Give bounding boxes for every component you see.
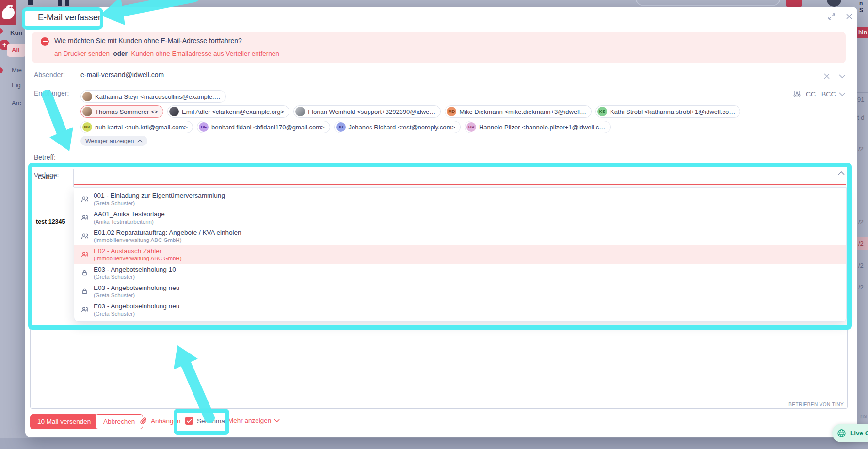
serial-mail-checkbox-checked[interactable] [185, 417, 193, 425]
background-table-fragment: t d [857, 114, 864, 121]
show-more-button[interactable]: Mehr anzeigen [228, 417, 280, 424]
sidebar-section-kunden: Kun [10, 29, 22, 36]
template-option-title: E03 - Angebotseinholung neu [94, 303, 179, 310]
recipient-chip-error[interactable]: Thomas Sommerer <> [80, 105, 163, 118]
clear-sender-icon[interactable] [823, 73, 830, 80]
attach-button[interactable]: Anhängen [140, 417, 181, 425]
template-option[interactable]: E01.02 Reparaturauftrag: Angebote / KVA … [74, 227, 846, 245]
template-chevron-up-icon[interactable] [838, 171, 845, 175]
background-notification-badge [786, 0, 802, 7]
editor-statusbar-divider [31, 400, 847, 400]
background-date-fragment: /2 [858, 262, 864, 269]
people-icon [81, 251, 89, 258]
live-chat-button[interactable]: Live C [832, 424, 868, 442]
lock-icon [81, 288, 89, 295]
subject-label: Betreff: [34, 153, 56, 161]
background-table-divider [857, 92, 868, 93]
paperclip-icon [140, 417, 147, 425]
filter-sliders-icon[interactable] [793, 91, 801, 98]
template-option-subtitle: (Greta Schuster) [94, 292, 135, 298]
template-option-subtitle: (Greta Schuster) [94, 200, 135, 206]
avatar: JR [336, 122, 346, 132]
globe-icon [837, 429, 846, 438]
warning-minus-icon [41, 37, 49, 46]
recipient-chip[interactable]: NK nuh kartal <nuh.krtl@gmail.com> [80, 121, 193, 133]
template-option-title: 001 - Einladung zur Eigentümerversammlun… [94, 192, 225, 199]
dialog-header-divider [25, 28, 857, 28]
send-mail-button[interactable]: 10 Mail versenden [30, 414, 98, 429]
template-option-title: E03 - Angebotseinholung 10 [94, 266, 176, 273]
bird-logo-icon [0, 0, 16, 25]
people-icon [81, 214, 89, 222]
recipient-name: benhard fidani <bfidani170@gmail.com> [211, 124, 325, 131]
recipient-name: nuh kartal <nuh.krtl@gmail.com> [95, 124, 188, 131]
template-option[interactable]: E03 - Angebotseinholung neu (Greta Schus… [74, 282, 846, 301]
avatar: MD [447, 107, 456, 116]
recipient-chip[interactable]: Katharina Steyr <marcuscollins@example.… [80, 90, 226, 103]
template-option-subtitle: (Anika Testmitarbeiterin) [94, 219, 154, 224]
bcc-button[interactable]: BCC [821, 90, 836, 98]
template-option-selected[interactable]: E02 - Austausch Zähler (Immobilienverwal… [74, 245, 846, 264]
background-logo-fragment [65, 0, 69, 6]
background-table-divider [857, 110, 868, 110]
close-icon[interactable] [845, 12, 853, 21]
sidebar-item-mieter[interactable]: Mie [12, 66, 22, 74]
template-option-title: AA01_Anika Testvorlage [94, 210, 165, 218]
recipient-chip[interactable]: MD Mike Diekmann <mike.diekmann+3@idwell… [445, 105, 592, 118]
sender-value[interactable]: e-mail-versand@idwell.com [80, 71, 164, 79]
send-to-printer-link[interactable]: an Drucker senden [54, 50, 110, 57]
serial-mail-label: Serienmail [197, 417, 228, 425]
recipient-chip[interactable]: BF benhard fidani <bfidani170@gmail.com> [197, 121, 330, 133]
template-option[interactable]: E03 - Angebotseinholung neu (Greta Schus… [74, 301, 846, 319]
template-option-title: E03 - Angebotseinholung neu [94, 284, 179, 291]
template-option-title: E01.02 Reparaturauftrag: Angebote / KVA … [94, 229, 241, 236]
template-input-underline[interactable] [74, 184, 846, 185]
serial-mail-toggle[interactable]: Serienmail [185, 417, 228, 425]
sidebar-item-eigentuemer[interactable]: Eig [12, 81, 21, 89]
avatar [82, 92, 92, 101]
background-table-fragment: 91 [857, 96, 864, 103]
cc-button[interactable]: CC [806, 90, 816, 98]
avatar: HP [466, 122, 476, 132]
template-option[interactable]: E03 - Angebotseinholung 10 (Greta Schust… [74, 264, 846, 282]
template-option[interactable]: AA01_Anika Testvorlage (Anika Testmitarb… [74, 208, 846, 227]
warning-conjunction-word: oder [113, 50, 128, 57]
background-header-fragment: n S [859, 0, 868, 6]
people-icon [81, 306, 89, 314]
template-option[interactable]: 001 - Einladung zur Eigentümerversammlun… [74, 190, 846, 208]
recipient-name: Hannele Pilzer <hannele.pilzer+1@idwell.… [479, 124, 605, 131]
avatar: KS [597, 107, 607, 116]
sender-chevron-down-icon[interactable] [839, 74, 846, 79]
recipient-name: Johanes Richard <test@noreply.com> [349, 124, 455, 131]
recipient-name: Katharina Steyr <marcuscollins@example.… [95, 93, 221, 100]
show-less-button[interactable]: Weniger anzeigen [80, 136, 147, 146]
recipient-chip[interactable]: Emil Adler <clarkerin@example.org> [167, 105, 289, 118]
avatar [82, 107, 92, 116]
dialog-title: E-Mail verfassen [38, 13, 103, 23]
recipient-chip[interactable]: KS Kathi Strobl <katharina.strobl+1@idwe… [595, 105, 740, 118]
recipient-name: Thomas Sommerer <> [95, 108, 158, 115]
remove-without-email-link[interactable]: Kunden ohne Emailadresse aus Verteiler e… [131, 50, 279, 57]
warning-conjunction [128, 50, 129, 57]
recipient-name: Florian Weinhold <support+3292390@idwe… [308, 108, 435, 115]
sidebar-item-archiv[interactable]: Arc [12, 99, 21, 107]
cancel-button[interactable]: Abbrechen [95, 414, 143, 429]
background-text-fragment: ns [860, 412, 867, 419]
background-search-input [635, 0, 781, 6]
sidebar-badge [0, 67, 3, 73]
background-bottom-bar [0, 438, 868, 449]
recipients-chevron-down-icon[interactable] [839, 92, 846, 96]
template-label: Vorlage: [34, 171, 59, 179]
template-option-subtitle: (Immobilienverwaltung ABC GmbH) [94, 256, 182, 261]
avatar: NK [82, 122, 92, 132]
app-logo [0, 0, 16, 25]
show-less-label: Weniger anzeigen [85, 138, 134, 144]
editor-content[interactable]: test 12345 [36, 218, 65, 225]
recipients-label: Empfänger: [34, 89, 69, 97]
minimize-restore-icon[interactable] [827, 12, 836, 21]
recipient-chip[interactable]: HP Hannele Pilzer <hannele.pilzer+1@idwe… [465, 121, 611, 133]
recipient-chip[interactable]: Florian Weinhold <support+3292390@idwe… [293, 105, 441, 118]
recipient-chip[interactable]: JR Johanes Richard <test@noreply.com> [334, 121, 461, 133]
show-more-label: Mehr anzeigen [228, 417, 271, 424]
people-icon [81, 195, 89, 203]
